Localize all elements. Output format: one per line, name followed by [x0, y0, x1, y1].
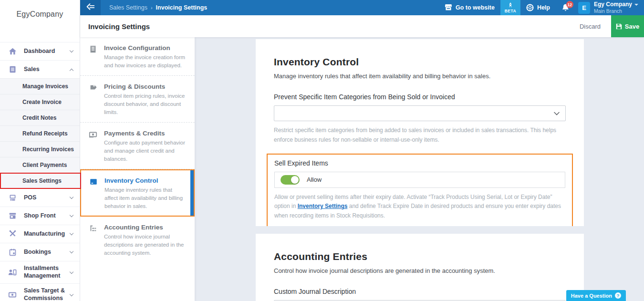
inventory-control-card: Inventory Control Manage inventory rules… — [256, 39, 584, 226]
sidebar-item-installments-management[interactable]: Installments Management — [0, 261, 80, 283]
settings-nav-text: Invoice Configuration Manage the invoice… — [104, 44, 186, 69]
company-dropdown-arrow-icon — [634, 4, 638, 6]
collapse-menu-button[interactable] — [80, 0, 101, 15]
sidebar-item-label: Bookings — [24, 249, 68, 256]
sidebar-spacer — [0, 29, 80, 42]
sidebar-item-bookings[interactable]: Bookings — [0, 243, 80, 261]
sidebar-subitem-sales-settings[interactable]: Sales Settings — [0, 173, 80, 188]
have-a-question-button[interactable]: Have a Question ? — [566, 290, 626, 301]
sidebar-item-sales-target-commissions[interactable]: Sales Target & Commissions — [0, 283, 80, 301]
section-title-accounting-entries: Accounting Entries — [274, 234, 566, 262]
settings-nav-item-inventory-control[interactable]: Inventory Control Manage inventory rules… — [80, 169, 195, 217]
receipt-icon — [89, 44, 98, 69]
website-storefront-icon — [445, 4, 452, 12]
beta-button[interactable]: BETA — [500, 0, 520, 15]
settings-nav-desc: Configure auto payment behavior and mana… — [104, 139, 186, 163]
help-button[interactable]: Help — [520, 0, 556, 15]
sidebar-item-shop-front[interactable]: Shop Front — [0, 207, 80, 225]
sell-expired-toggle-row: Allow — [274, 172, 565, 188]
actionbar: Invoicing Settings Discard Save — [80, 15, 644, 37]
sidebar-subitem-credit-notes[interactable]: Credit Notes — [0, 110, 80, 125]
sell-expired-highlight-box: Sell Expired Items Allow Allow or preven… — [267, 154, 573, 226]
inventory-box-icon — [89, 177, 99, 210]
topbar-right-cluster: Go to website BETA Help 12 — [439, 0, 644, 15]
brand-logo[interactable]: EgyCompany — [0, 0, 80, 29]
section-subtitle: Manage inventory rules that affect item … — [274, 73, 566, 80]
save-label: Save — [625, 23, 639, 30]
price-tag-icon — [89, 83, 98, 116]
account-text: Egy Company Main Branch — [594, 1, 638, 14]
installments-icon — [8, 268, 17, 277]
sales-submenu: Manage Invoices Create Invoice Credit No… — [0, 78, 80, 188]
collapse-arrow-icon — [86, 3, 95, 12]
settings-nav-desc: Manage inventory rules that affect item … — [104, 186, 186, 210]
settings-nav-item-accounting-entries[interactable]: Accounting Entries Control how invoice j… — [80, 217, 195, 263]
sidebar-item-dashboard[interactable]: Dashboard — [0, 42, 80, 60]
payments-banknote-icon — [89, 130, 98, 163]
topbar: Sales Settings › Invoicing Settings Go t… — [80, 0, 644, 15]
tools-icon — [8, 229, 17, 239]
sidebar-subitem-client-payments[interactable]: Client Payments — [0, 157, 80, 173]
chevron-down-icon — [70, 231, 73, 235]
sidebar-item-label: POS — [24, 194, 68, 202]
settings-nav-item-invoice-configuration[interactable]: Invoice Configuration Manage the invoice… — [80, 37, 195, 76]
subitem-label: Create Invoice — [22, 99, 62, 105]
breadcrumb-current: Invoicing Settings — [156, 4, 208, 11]
sidebar-item-label: Sales Target & Commissions — [24, 287, 68, 301]
sidebar-item-label: Installments Management — [24, 265, 68, 280]
banknote-icon — [8, 290, 17, 300]
settings-nav-title: Invoice Configuration — [104, 44, 186, 52]
chevron-down-icon — [70, 195, 73, 199]
chevron-down-icon — [554, 112, 560, 115]
settings-nav-item-payments-credits[interactable]: Payments & Credits Configure auto paymen… — [80, 123, 195, 169]
sidebar-subitem-refund-receipts[interactable]: Refund Receipts — [0, 125, 80, 141]
breadcrumb-parent[interactable]: Sales Settings — [109, 4, 147, 11]
settings-nav-text: Payments & Credits Configure auto paymen… — [104, 130, 186, 163]
settings-nav-desc: Manage the invoice creation form and how… — [104, 53, 186, 69]
subitem-label: Refund Receipts — [22, 130, 68, 137]
sidebar-item-label: Manufacturing — [24, 230, 68, 238]
journal-description-label: Custom Journal Description — [274, 288, 566, 295]
breadcrumb: Sales Settings › Invoicing Settings — [109, 0, 207, 15]
sell-expired-label: Sell Expired Items — [274, 159, 565, 167]
save-button[interactable]: Save — [611, 15, 644, 37]
sidebar-item-label: Sales — [24, 66, 68, 73]
go-to-website-button[interactable]: Go to website — [439, 0, 500, 15]
notifications-button[interactable]: 12 — [556, 0, 575, 15]
sidebar-item-pos[interactable]: POS — [0, 188, 80, 207]
sidebar-subitem-recurring-invoices[interactable]: Recurring Invoices — [0, 141, 80, 157]
allow-toggle[interactable] — [280, 175, 300, 185]
chevron-down-icon — [70, 292, 73, 296]
question-mark-icon: ? — [615, 292, 621, 299]
sell-expired-hint: Allow or prevent selling items after the… — [274, 193, 565, 221]
app-root: EgyCompany Dashboard Sales Manage Invoic… — [0, 0, 644, 301]
subitem-label: Manage Invoices — [22, 83, 68, 90]
sidebar-item-manufacturing[interactable]: Manufacturing — [0, 225, 80, 243]
category-select-label: Prevent Specific Item Categories from Be… — [274, 93, 566, 101]
subitem-label: Recurring Invoices — [22, 146, 74, 153]
go-to-website-label: Go to website — [456, 4, 495, 11]
accounting-entries-card: Accounting Entries Control how invoice j… — [256, 234, 584, 301]
settings-nav-title: Inventory Control — [104, 177, 186, 184]
sidebar-subitem-create-invoice[interactable]: Create Invoice — [0, 94, 80, 110]
account-menu[interactable]: E Egy Company Main Branch — [575, 0, 644, 15]
content-area: Inventory Control Manage inventory rules… — [195, 37, 644, 301]
lifering-icon — [526, 4, 534, 11]
category-hint: Restrict specific item categories from b… — [274, 126, 566, 145]
category-select[interactable] — [274, 105, 566, 121]
rocket-icon — [508, 2, 513, 8]
chevron-down-icon — [70, 49, 73, 52]
section-title-inventory-control: Inventory Control — [274, 39, 566, 68]
chevron-down-icon — [70, 270, 73, 273]
sidebar-subitem-manage-invoices[interactable]: Manage Invoices — [0, 78, 80, 94]
notification-badge: 12 — [566, 1, 573, 8]
inventory-settings-link[interactable]: Inventory Settings — [298, 203, 348, 209]
discard-button[interactable]: Discard — [580, 23, 601, 30]
pos-terminal-icon — [8, 193, 17, 203]
toggle-state-label: Allow — [307, 176, 322, 183]
invoice-icon — [8, 65, 17, 74]
settings-nav-title: Payments & Credits — [104, 130, 186, 137]
page-title: Invoicing Settings — [88, 22, 150, 31]
settings-nav-item-pricing-discounts[interactable]: Pricing & Discounts Control item pricing… — [80, 76, 195, 123]
sidebar-item-sales[interactable]: Sales — [0, 60, 80, 78]
